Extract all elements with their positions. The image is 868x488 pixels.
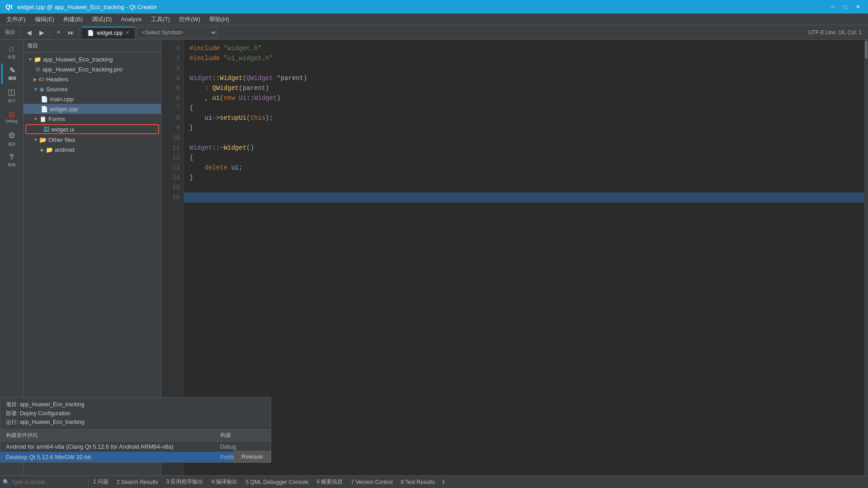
tree-item-project-root[interactable]: ▼ 📁 app_Huawei_Eco_tracking xyxy=(24,54,161,64)
sidebar-icon-project[interactable]: ⚙ 项目 xyxy=(1,128,22,149)
status-compile-output[interactable]: 4 编译输出 xyxy=(208,477,241,487)
edit-label: 编辑 xyxy=(8,75,16,81)
line-num-10: 10 xyxy=(163,133,180,143)
line-num-2: 2 xyxy=(163,53,180,63)
debug-label: Debug xyxy=(5,119,18,123)
title-text: widget.cpp @ app_Huawei_Eco_tracking - Q… xyxy=(17,4,826,10)
status-search-results[interactable]: 2 Search Results xyxy=(113,478,161,486)
line-num-7: 7 xyxy=(163,103,180,113)
status-app-output[interactable]: 3 应用程序输出 xyxy=(162,477,207,487)
kit-desktop-name: Desktop Qt 5.12.6 MinGW 32-bit xyxy=(6,454,220,460)
status-issues[interactable]: 1 问题 xyxy=(90,477,112,487)
status-sep-1 xyxy=(88,479,89,486)
release-option[interactable]: Release xyxy=(234,451,270,462)
tree-item-headers[interactable]: ▶ 🏷 Headers xyxy=(24,74,161,84)
line-num-9: 9 xyxy=(163,123,180,133)
project-icon: ⚙ xyxy=(8,131,15,141)
toolbar-close-file[interactable]: ✕ xyxy=(52,27,64,38)
tree-item-android[interactable]: ▶ 📁 android xyxy=(24,145,161,155)
menu-debug[interactable]: 调试(D) xyxy=(87,14,116,25)
separator xyxy=(20,28,21,37)
sidebar-icon-welcome[interactable]: ⌂ 欢迎 xyxy=(1,42,22,62)
toolbar-forward[interactable]: ▶ xyxy=(36,27,47,38)
other-files-icon: 📂 xyxy=(39,136,47,143)
tree-item-other-files[interactable]: ▼ 📂 Other files xyxy=(24,135,161,145)
project-root-label: app_Huawei_Eco_tracking xyxy=(43,56,113,63)
run-info-value: app_Huawei_Eco_tracking xyxy=(20,419,85,425)
help-label: 帮助 xyxy=(8,162,16,168)
symbol-selector[interactable]: <Select Symbol> xyxy=(136,27,217,38)
line-num-5: 5 xyxy=(163,83,180,93)
code-content[interactable]: #include "widget.h" #include "ui_widget.… xyxy=(184,40,864,475)
tree-item-forms[interactable]: ▼ 📋 Forms xyxy=(24,114,161,124)
line-num-1: 1 xyxy=(163,43,180,53)
sources-icon: ◉ xyxy=(39,86,44,93)
project-info-value: app_Huawei_Eco_tracking xyxy=(20,401,85,408)
expand-arrow-headers: ▶ xyxy=(33,77,37,82)
editor-scrollbar[interactable] xyxy=(864,40,868,475)
menu-controls[interactable]: 控件(W) xyxy=(175,14,205,25)
welcome-icon: ⌂ xyxy=(9,44,14,53)
sidebar-icon-edit[interactable]: ✎ 编辑 xyxy=(1,63,22,84)
project-label: 项目 xyxy=(2,28,18,36)
separator2 xyxy=(50,28,50,37)
close-button[interactable]: ✕ xyxy=(852,2,864,12)
menu-edit[interactable]: 编辑(E) xyxy=(30,14,59,25)
toolbar-next[interactable]: ⏭ xyxy=(65,27,77,38)
panel-title: 项目 xyxy=(27,42,38,50)
project-info-label: 项目: xyxy=(6,401,20,408)
build-kit-panel: 项目: app_Huawei_Eco_tracking 部署: Deploy C… xyxy=(0,397,271,463)
sidebar-icon-debug[interactable]: 🐞 Debug xyxy=(1,107,22,127)
line-num-12: 12 xyxy=(163,153,180,163)
kit-row-desktop[interactable]: Desktop Qt 5.12.6 MinGW 32-bit Profile xyxy=(0,452,271,462)
kit-row-android[interactable]: Android for arm64-v8a (Clang Qt 5.12.6 f… xyxy=(0,441,271,452)
encoding-info: UTF-8 Line: 16, Col: 1 xyxy=(808,29,866,36)
line-num-8: 8 xyxy=(163,113,180,123)
help-icon: ? xyxy=(9,153,14,161)
sidebar-icon-help[interactable]: ? 帮助 xyxy=(1,150,22,171)
widget-ui-label: widget.ui xyxy=(51,126,74,133)
toolbar: 项目 ◀ ▶ ✕ ⏭ 📄 widget.cpp ✕ <Select Symbol… xyxy=(0,25,868,40)
window-controls: ─ □ ✕ xyxy=(826,2,864,12)
status-qml-debugger[interactable]: 5 QML Debugger Console xyxy=(242,478,312,486)
file-tab-label: widget.cpp xyxy=(97,30,123,36)
maximize-button[interactable]: □ xyxy=(839,2,852,12)
welcome-label: 欢迎 xyxy=(8,54,16,60)
project-label-icon: 项目 xyxy=(8,141,16,147)
line-num-3: 3 xyxy=(163,63,180,73)
android-label: android xyxy=(55,146,74,153)
menu-tools[interactable]: 工具(T) xyxy=(146,14,175,25)
search-input[interactable] xyxy=(11,479,84,485)
widget-cpp-icon: 📄 xyxy=(41,106,48,113)
expand-arrow-sources: ▼ xyxy=(33,87,38,92)
tree-item-widget-cpp[interactable]: 📄 widget.cpp xyxy=(24,104,161,114)
status-version-control[interactable]: 7 Version Control xyxy=(347,478,396,486)
pro-file-label: app_Huawei_Eco_tracking.pro xyxy=(42,66,123,73)
tree-item-pro-file[interactable]: ⚙ app_Huawei_Eco_tracking.pro xyxy=(24,64,161,74)
file-tab-widget-cpp[interactable]: 📄 widget.cpp ✕ xyxy=(82,27,135,38)
panel-header: 项目 xyxy=(24,40,161,52)
tree-item-sources[interactable]: ▼ ◉ Sources xyxy=(24,84,161,94)
tree-item-main-cpp[interactable]: 📄 main.cpp xyxy=(24,94,161,104)
build-col-header: 构建 xyxy=(220,432,265,439)
minimize-button[interactable]: ─ xyxy=(826,2,839,12)
edit-icon: ✎ xyxy=(9,66,15,75)
project-folder-icon: 📁 xyxy=(34,56,41,63)
release-dropdown: Release xyxy=(234,451,271,462)
status-expand-icon[interactable]: ⬆ xyxy=(441,479,446,485)
menu-file[interactable]: 文件(F) xyxy=(2,14,30,25)
line-num-14: 14 xyxy=(163,173,180,183)
tree-item-widget-ui[interactable]: 🖼 widget.ui xyxy=(25,124,159,134)
line-num-13: 13 xyxy=(163,163,180,173)
menu-analyze[interactable]: Analyze xyxy=(116,14,146,25)
run-info-label: 运行: xyxy=(6,419,20,425)
status-overview[interactable]: 6 概要信息 xyxy=(313,477,346,487)
status-test-results[interactable]: 8 Test Results xyxy=(397,478,438,486)
tab-close-icon[interactable]: ✕ xyxy=(125,30,129,36)
menu-build[interactable]: 构建(B) xyxy=(59,14,87,25)
toolbar-back[interactable]: ◀ xyxy=(23,27,35,38)
expand-arrow-root: ▼ xyxy=(28,57,33,62)
widget-cpp-label: widget.cpp xyxy=(50,106,78,113)
sidebar-icon-design[interactable]: ◫ 设计 xyxy=(1,85,22,106)
menu-help[interactable]: 帮助(H) xyxy=(205,14,234,25)
